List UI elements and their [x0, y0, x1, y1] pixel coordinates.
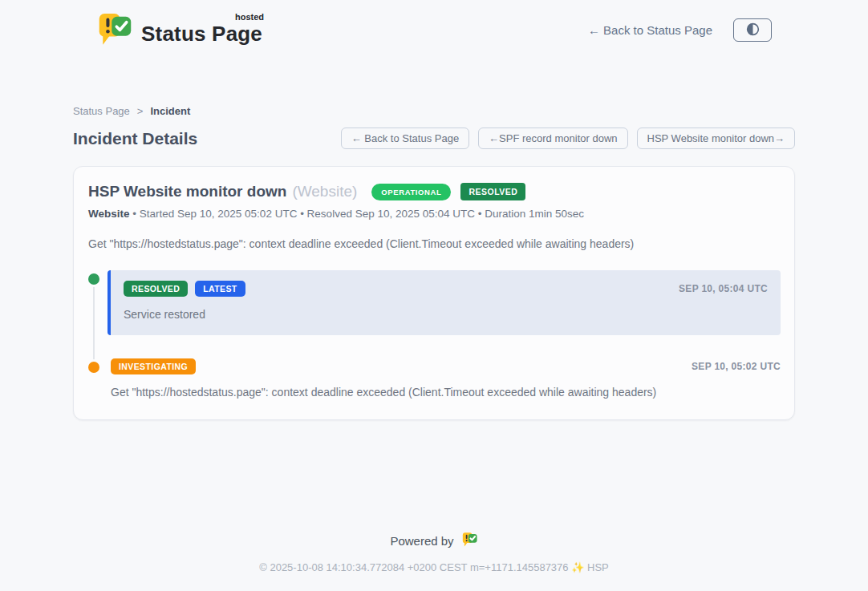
theme-toggle-button[interactable]: [733, 18, 772, 42]
timeline-dot-investigating: [88, 362, 99, 373]
latest-badge: LATEST: [195, 281, 245, 297]
header-back-to-status-page-link[interactable]: ← Back to Status Page: [588, 23, 712, 37]
timeline-dot-resolved: [88, 273, 99, 285]
brand-name: Status Page: [141, 22, 262, 46]
back-to-status-page-button[interactable]: ← Back to Status Page: [341, 128, 469, 149]
status-page-logo-icon: [96, 11, 133, 49]
next-incident-button[interactable]: HSP Website monitor down→: [637, 128, 795, 149]
timeline-item-resolved: RESOLVED LATEST SEP 10, 05:04 UTC Servic…: [88, 270, 781, 335]
operational-status-badge: OPERATIONAL: [371, 184, 451, 200]
timeline-timestamp: SEP 10, 05:04 UTC: [679, 283, 768, 294]
timeline-item-investigating: INVESTIGATING SEP 10, 05:02 UTC Get "htt…: [88, 358, 781, 399]
incident-description: Get "https://hostedstatus.page": context…: [88, 237, 781, 250]
copyright-text: © 2025-10-08 14:10:34.772084 +0200 CEST …: [0, 561, 868, 573]
incident-meta-service: Website: [88, 208, 130, 220]
investigating-badge: INVESTIGATING: [111, 358, 196, 374]
page-title: Incident Details: [73, 129, 197, 148]
theme-toggle-icon: [745, 22, 761, 39]
incident-component: (Website): [292, 183, 357, 200]
brand-logo[interactable]: Status Page hosted: [96, 11, 262, 49]
prev-incident-button[interactable]: ←SPF record monitor down: [478, 128, 627, 149]
incident-title: HSP Website monitor down: [88, 183, 286, 200]
brand-hosted-label: hosted: [235, 12, 264, 22]
timeline-update-latest: RESOLVED LATEST SEP 10, 05:04 UTC Servic…: [107, 270, 781, 335]
powered-by-link[interactable]: Powered by: [390, 532, 477, 549]
breadcrumb-status-page-link[interactable]: Status Page: [73, 105, 130, 117]
footer: Powered by © 2025-10-08 14:10:34.772084 …: [0, 532, 868, 591]
timeline-update-first: INVESTIGATING SEP 10, 05:02 UTC Get "htt…: [111, 358, 781, 399]
main-content: Status Page > Incident Incident Details …: [73, 105, 795, 420]
resolved-badge: RESOLVED: [124, 281, 188, 297]
page: Status Page hosted ← Back to Status Page: [0, 0, 868, 591]
incident-meta: Website • Started Sep 10, 2025 05:02 UTC…: [88, 208, 781, 220]
incident-card: HSP Website monitor down (Website) OPERA…: [73, 166, 795, 420]
status-page-mini-logo-icon: [461, 532, 478, 549]
incident-nav-buttons: ← Back to Status Page ←SPF record monito…: [341, 128, 795, 149]
header: Status Page hosted ← Back to Status Page: [0, 0, 868, 49]
breadcrumb-separator: >: [137, 105, 144, 117]
timeline-message: Get "https://hostedstatus.page": context…: [111, 386, 781, 399]
timeline-message: Service restored: [124, 308, 768, 321]
breadcrumb-current-incident: Incident: [150, 105, 190, 117]
incident-meta-details: • Started Sep 10, 2025 05:02 UTC • Resol…: [132, 208, 584, 220]
breadcrumb: Status Page > Incident: [73, 105, 795, 117]
resolved-state-badge: RESOLVED: [460, 183, 525, 200]
incident-timeline: RESOLVED LATEST SEP 10, 05:04 UTC Servic…: [88, 270, 781, 399]
powered-by-label: Powered by: [390, 534, 453, 548]
timeline-timestamp: SEP 10, 05:02 UTC: [692, 361, 781, 372]
